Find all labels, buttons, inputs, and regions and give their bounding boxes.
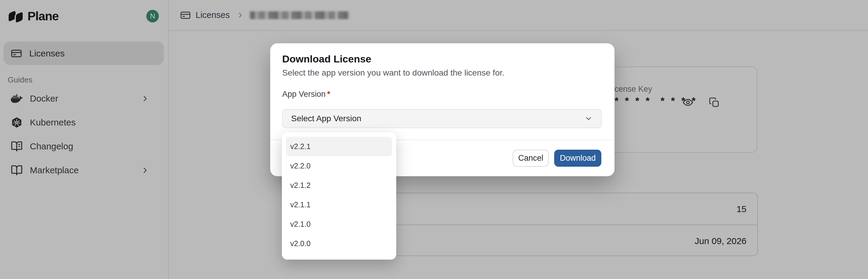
plane-admin-app: Plane N Licenses Guides Docker Kubernete… <box>0 0 868 279</box>
dropdown-option-v2-2-0[interactable]: v2.2.0 <box>286 156 392 176</box>
dropdown-option-v2-0-0[interactable]: v2.0.0 <box>286 234 392 253</box>
dropdown-option-v2-1-1[interactable]: v2.1.1 <box>286 195 392 215</box>
chevron-down-icon <box>584 115 593 123</box>
download-button[interactable]: Download <box>554 150 601 167</box>
app-version-label-text: App Version <box>282 90 326 99</box>
app-version-dropdown: v2.2.1 v2.2.0 v2.1.2 v2.1.1 v2.1.0 v2.0.… <box>282 132 396 259</box>
dropdown-option-v2-2-1[interactable]: v2.2.1 <box>286 137 392 156</box>
cancel-button[interactable]: Cancel <box>513 150 549 167</box>
select-placeholder: Select App Version <box>291 114 361 123</box>
app-version-select[interactable]: Select App Version <box>282 109 602 128</box>
dropdown-option-v2-1-2[interactable]: v2.1.2 <box>286 176 392 195</box>
app-version-label: App Version* <box>282 90 330 99</box>
modal-title: Download License <box>282 53 371 65</box>
required-asterisk: * <box>327 90 331 99</box>
dropdown-option-v2-1-0[interactable]: v2.1.0 <box>286 215 392 234</box>
modal-subtitle: Select the app version you want to downl… <box>282 68 504 78</box>
